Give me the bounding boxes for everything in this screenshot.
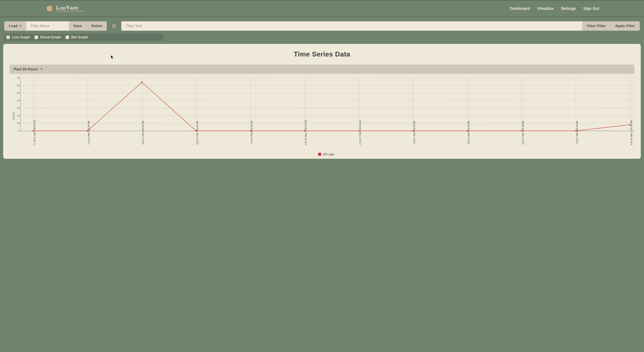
toggle-bar-graph[interactable]: Bar Graph — [66, 35, 88, 39]
nav-links: Dashboard Visualize Settings Sign Out — [510, 6, 599, 11]
top-navbar: LogYard AN OPENSOURCE PRODUCT Dashboard … — [0, 0, 644, 17]
chevron-down-icon — [40, 68, 42, 70]
logo-icon — [45, 4, 54, 13]
clear-filter-button[interactable]: Clear Filter — [582, 21, 610, 31]
nav-signout[interactable]: Sign Out — [583, 6, 599, 11]
nav-settings[interactable]: Settings — [561, 6, 576, 11]
checkbox-icon — [34, 36, 38, 39]
load-button[interactable]: Load — [4, 21, 26, 31]
toggle-line-graph-label: Line Graph — [12, 35, 30, 39]
toggle-donut-graph[interactable]: Donut Graph — [34, 35, 61, 39]
chart-panel: Time Series Data Past 24 Hours Counts 01… — [3, 44, 641, 159]
checkbox-icon — [66, 36, 69, 39]
time-range-label: Past 24 Hours — [14, 67, 38, 72]
brand-tagline: AN OPENSOURCE PRODUCT — [56, 10, 86, 12]
svg-rect-0 — [49, 4, 50, 5]
filter-text-input-wrap[interactable] — [121, 21, 582, 31]
filter-crud-group: Load Save Delete — [4, 21, 107, 31]
nav-dashboard[interactable]: Dashboard — [510, 6, 530, 11]
legend-label: All Logs — [323, 152, 334, 156]
chart-title: Time Series Data — [10, 50, 634, 58]
filter-name-input[interactable] — [31, 24, 64, 28]
legend-swatch — [318, 153, 321, 156]
save-button[interactable]: Save — [69, 21, 87, 31]
svg-rect-1 — [49, 12, 50, 13]
toggle-bar-graph-label: Bar Graph — [71, 35, 88, 39]
nav-visualize[interactable]: Visualize — [537, 6, 554, 11]
filter-text-input[interactable] — [126, 24, 577, 28]
chart-area: Counts 01020304050607011:03:47 AM-1:03:4… — [10, 78, 634, 154]
filter-toolbar: Load Save Delete i Clear Filter Apply Fi… — [0, 17, 644, 31]
toggle-donut-graph-label: Donut Graph — [40, 35, 61, 39]
chart-series — [20, 78, 634, 131]
checkbox-icon — [6, 36, 10, 39]
time-range-dropdown[interactable]: Past 24 Hours — [10, 64, 634, 74]
plot-region: 01020304050607011:03:47 AM-1:03:46 PM1:0… — [20, 78, 634, 131]
brand-name: LogYard — [56, 5, 86, 10]
toggle-line-graph[interactable]: Line Graph — [6, 35, 30, 39]
info-icon[interactable]: i — [112, 24, 116, 28]
graph-type-toggles: Line Graph Donut Graph Bar Graph — [4, 34, 163, 41]
brand: LogYard AN OPENSOURCE PRODUCT — [45, 4, 86, 13]
filter-name-input-wrap[interactable] — [26, 21, 69, 31]
delete-button[interactable]: Delete — [86, 21, 107, 31]
filter-text-group: Clear Filter Apply Filter — [121, 21, 640, 31]
chart-legend: All Logs — [18, 152, 634, 156]
load-button-label: Load — [9, 24, 18, 28]
apply-filter-button[interactable]: Apply Filter — [610, 21, 640, 31]
chevron-down-icon — [20, 25, 22, 27]
